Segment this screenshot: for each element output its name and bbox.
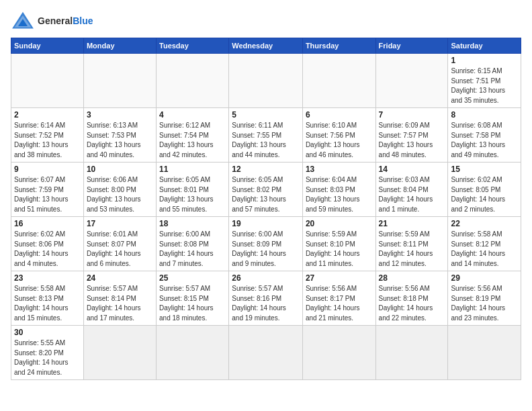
calendar-cell: 3Sunrise: 6:13 AM Sunset: 7:53 PM Daylig…	[83, 108, 156, 163]
calendar-cell	[83, 326, 156, 380]
day-info: Sunrise: 6:13 AM Sunset: 7:53 PM Dayligh…	[87, 121, 153, 160]
day-number: 6	[306, 110, 373, 120]
week-row-3: 16Sunrise: 6:02 AM Sunset: 8:06 PM Dayli…	[11, 217, 521, 271]
day-number: 23	[14, 273, 81, 283]
day-number: 1	[451, 56, 518, 65]
calendar-cell: 20Sunrise: 5:59 AM Sunset: 8:10 PM Dayli…	[302, 217, 375, 271]
week-row-4: 23Sunrise: 5:58 AM Sunset: 8:13 PM Dayli…	[11, 271, 521, 326]
day-header-wednesday: Wednesday	[229, 38, 303, 54]
day-info: Sunrise: 5:55 AM Sunset: 8:20 PM Dayligh…	[14, 338, 81, 377]
logo-text: GeneralBlue	[38, 15, 93, 27]
day-number: 27	[306, 273, 373, 283]
day-number: 11	[159, 165, 226, 174]
day-info: Sunrise: 6:00 AM Sunset: 8:09 PM Dayligh…	[232, 230, 300, 269]
day-number: 19	[232, 219, 300, 228]
day-info: Sunrise: 5:56 AM Sunset: 8:19 PM Dayligh…	[451, 284, 518, 323]
day-info: Sunrise: 6:14 AM Sunset: 7:52 PM Dayligh…	[14, 121, 81, 160]
calendar-cell: 22Sunrise: 5:58 AM Sunset: 8:12 PM Dayli…	[448, 217, 521, 271]
calendar-cell: 5Sunrise: 6:11 AM Sunset: 7:55 PM Daylig…	[229, 108, 303, 163]
day-info: Sunrise: 6:04 AM Sunset: 8:03 PM Dayligh…	[306, 175, 373, 214]
calendar-cell	[302, 54, 375, 108]
week-row-0: 1Sunrise: 6:15 AM Sunset: 7:51 PM Daylig…	[11, 54, 521, 108]
day-number: 10	[87, 165, 153, 174]
day-number: 18	[159, 219, 226, 228]
day-info: Sunrise: 6:12 AM Sunset: 7:54 PM Dayligh…	[159, 121, 226, 160]
day-number: 29	[451, 273, 518, 283]
calendar-cell: 28Sunrise: 5:56 AM Sunset: 8:18 PM Dayli…	[375, 271, 448, 326]
calendar-cell: 27Sunrise: 5:56 AM Sunset: 8:17 PM Dayli…	[302, 271, 375, 326]
day-info: Sunrise: 5:58 AM Sunset: 8:12 PM Dayligh…	[451, 230, 518, 269]
calendar-container: GeneralBlue SundayMondayTuesdayWednesday…	[0, 0, 532, 411]
day-info: Sunrise: 5:57 AM Sunset: 8:16 PM Dayligh…	[232, 284, 300, 323]
calendar-cell: 12Sunrise: 6:05 AM Sunset: 8:02 PM Dayli…	[229, 163, 303, 217]
calendar-cell: 23Sunrise: 5:58 AM Sunset: 8:13 PM Dayli…	[11, 271, 84, 326]
day-number: 30	[14, 328, 81, 337]
calendar-cell: 30Sunrise: 5:55 AM Sunset: 8:20 PM Dayli…	[11, 326, 84, 380]
calendar-cell	[229, 326, 303, 380]
calendar-cell	[302, 326, 375, 380]
calendar-cell: 10Sunrise: 6:06 AM Sunset: 8:00 PM Dayli…	[83, 163, 156, 217]
week-row-2: 9Sunrise: 6:07 AM Sunset: 7:59 PM Daylig…	[11, 163, 521, 217]
calendar-table: SundayMondayTuesdayWednesdayThursdayFrid…	[11, 38, 521, 380]
calendar-cell	[375, 54, 448, 108]
day-header-sunday: Sunday	[11, 38, 84, 54]
day-number: 4	[159, 110, 226, 120]
day-number: 3	[87, 110, 153, 120]
day-number: 15	[451, 165, 518, 174]
calendar-cell	[11, 54, 84, 108]
logo-icon	[11, 11, 35, 31]
day-info: Sunrise: 6:10 AM Sunset: 7:56 PM Dayligh…	[306, 121, 373, 160]
calendar-cell: 9Sunrise: 6:07 AM Sunset: 7:59 PM Daylig…	[11, 163, 84, 217]
day-header-tuesday: Tuesday	[157, 38, 229, 54]
day-number: 24	[87, 273, 153, 283]
calendar-cell	[375, 326, 448, 380]
day-info: Sunrise: 5:59 AM Sunset: 8:10 PM Dayligh…	[306, 230, 373, 269]
calendar-cell: 2Sunrise: 6:14 AM Sunset: 7:52 PM Daylig…	[11, 108, 84, 163]
day-info: Sunrise: 6:09 AM Sunset: 7:57 PM Dayligh…	[379, 121, 445, 160]
day-number: 2	[14, 110, 81, 120]
day-number: 9	[14, 165, 81, 174]
day-info: Sunrise: 6:15 AM Sunset: 7:51 PM Dayligh…	[451, 66, 518, 105]
day-number: 5	[232, 110, 300, 120]
day-number: 22	[451, 219, 518, 228]
calendar-cell	[448, 326, 521, 380]
day-info: Sunrise: 6:06 AM Sunset: 8:00 PM Dayligh…	[87, 175, 153, 214]
calendar-cell	[229, 54, 303, 108]
day-number: 13	[306, 165, 373, 174]
day-info: Sunrise: 6:08 AM Sunset: 7:58 PM Dayligh…	[451, 121, 518, 160]
day-number: 12	[232, 165, 300, 174]
calendar-cell: 18Sunrise: 6:00 AM Sunset: 8:08 PM Dayli…	[157, 217, 229, 271]
day-number: 8	[451, 110, 518, 120]
calendar-cell: 17Sunrise: 6:01 AM Sunset: 8:07 PM Dayli…	[83, 217, 156, 271]
day-info: Sunrise: 6:11 AM Sunset: 7:55 PM Dayligh…	[232, 121, 300, 160]
day-number: 7	[379, 110, 445, 120]
calendar-cell	[157, 326, 229, 380]
calendar-cell: 16Sunrise: 6:02 AM Sunset: 8:06 PM Dayli…	[11, 217, 84, 271]
calendar-cell: 29Sunrise: 5:56 AM Sunset: 8:19 PM Dayli…	[448, 271, 521, 326]
day-info: Sunrise: 5:57 AM Sunset: 8:14 PM Dayligh…	[87, 284, 153, 323]
day-info: Sunrise: 5:56 AM Sunset: 8:18 PM Dayligh…	[379, 284, 445, 323]
calendar-cell	[83, 54, 156, 108]
calendar-cell: 8Sunrise: 6:08 AM Sunset: 7:58 PM Daylig…	[448, 108, 521, 163]
week-row-1: 2Sunrise: 6:14 AM Sunset: 7:52 PM Daylig…	[11, 108, 521, 163]
calendar-header-row: SundayMondayTuesdayWednesdayThursdayFrid…	[11, 38, 521, 54]
day-info: Sunrise: 6:00 AM Sunset: 8:08 PM Dayligh…	[159, 230, 226, 269]
calendar-cell: 24Sunrise: 5:57 AM Sunset: 8:14 PM Dayli…	[83, 271, 156, 326]
day-info: Sunrise: 5:59 AM Sunset: 8:11 PM Dayligh…	[379, 230, 445, 269]
calendar-cell: 11Sunrise: 6:05 AM Sunset: 8:01 PM Dayli…	[157, 163, 229, 217]
day-header-thursday: Thursday	[302, 38, 375, 54]
calendar-cell: 25Sunrise: 5:57 AM Sunset: 8:15 PM Dayli…	[157, 271, 229, 326]
header: GeneralBlue	[11, 11, 521, 31]
day-header-saturday: Saturday	[448, 38, 521, 54]
calendar-cell: 13Sunrise: 6:04 AM Sunset: 8:03 PM Dayli…	[302, 163, 375, 217]
day-number: 20	[306, 219, 373, 228]
calendar-cell: 1Sunrise: 6:15 AM Sunset: 7:51 PM Daylig…	[448, 54, 521, 108]
day-info: Sunrise: 6:05 AM Sunset: 8:02 PM Dayligh…	[232, 175, 300, 214]
calendar-cell: 15Sunrise: 6:02 AM Sunset: 8:05 PM Dayli…	[448, 163, 521, 217]
day-info: Sunrise: 6:05 AM Sunset: 8:01 PM Dayligh…	[159, 175, 226, 214]
day-number: 26	[232, 273, 300, 283]
day-number: 17	[87, 219, 153, 228]
day-number: 25	[159, 273, 226, 283]
day-info: Sunrise: 6:07 AM Sunset: 7:59 PM Dayligh…	[14, 175, 81, 214]
calendar-cell	[157, 54, 229, 108]
